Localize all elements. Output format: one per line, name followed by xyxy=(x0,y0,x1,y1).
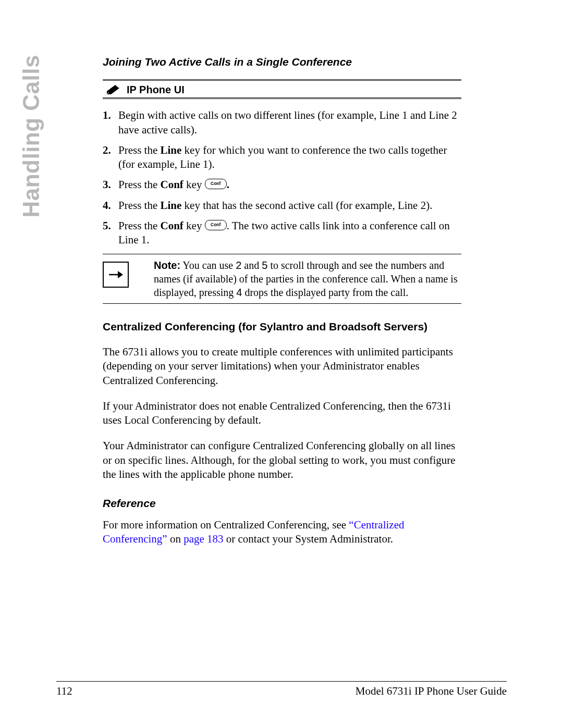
step-key-name: Line xyxy=(161,144,182,156)
svg-marker-1 xyxy=(118,271,123,278)
section-heading: Centralized Conferencing (for Sylantro a… xyxy=(103,319,461,334)
step-text: Begin with active calls on two different… xyxy=(118,109,457,135)
note-body: drops the displayed party from the call. xyxy=(242,287,408,298)
step-text: key xyxy=(183,178,205,191)
step-text: Press the xyxy=(118,219,161,232)
step-key-name: Conf xyxy=(161,178,183,191)
step-item: Begin with active calls on two different… xyxy=(118,108,461,137)
reference-heading: Reference xyxy=(103,496,461,510)
step-item: Press the Conf key . The two active call… xyxy=(118,219,461,248)
step-item: Press the Conf key . xyxy=(118,178,461,192)
step-item: Press the Line key that has the second a… xyxy=(118,199,461,213)
step-key-name: Conf xyxy=(161,219,183,232)
body-paragraph: The 6731i allows you to create multiple … xyxy=(103,345,461,388)
step-text: Press the xyxy=(118,199,161,212)
step-text: Press the xyxy=(118,144,161,156)
note-label: Note: xyxy=(154,260,180,271)
document-page: Handling Calls Joining Two Active Calls … xyxy=(0,0,563,728)
note-body: You can use xyxy=(180,260,236,271)
reference-page-link[interactable]: page 183 xyxy=(183,533,223,545)
footer-rule xyxy=(56,681,507,682)
key-2: 2 xyxy=(236,260,241,271)
reference-text: For more information on Centralized Conf… xyxy=(103,519,349,531)
reference-paragraph: For more information on Centralized Conf… xyxy=(103,518,461,547)
body-paragraph: Your Administrator can configure Central… xyxy=(103,439,461,482)
main-content: Joining Two Active Calls in a Single Con… xyxy=(103,55,461,546)
pencil-icon xyxy=(106,84,121,95)
note-body: and xyxy=(241,260,262,271)
footer-title: Model 6731i IP Phone User Guide xyxy=(356,685,507,698)
page-number: 112 xyxy=(56,685,72,698)
step-text: key that has the second active call (for… xyxy=(181,199,432,212)
step-text: Press the xyxy=(118,178,161,191)
reference-text: on xyxy=(167,533,184,545)
page-footer: 112 Model 6731i IP Phone User Guide xyxy=(56,681,507,698)
step-item: Press the Line key for which you want to… xyxy=(118,143,461,172)
key-4: 4 xyxy=(236,287,242,298)
ui-banner-label: IP Phone UI xyxy=(127,83,185,96)
body-paragraph: If your Administrator does not enable Ce… xyxy=(103,399,461,428)
ui-banner: IP Phone UI xyxy=(103,79,461,99)
step-text: key xyxy=(183,219,205,232)
side-chapter-label: Handling Calls xyxy=(18,55,44,218)
conf-key-icon xyxy=(205,179,227,189)
note-block: Note: You can use 2 and 5 to scroll thro… xyxy=(103,254,461,304)
reference-text: or contact your System Administrator. xyxy=(224,533,393,545)
steps-list: Begin with active calls on two different… xyxy=(103,108,461,247)
note-text: Note: You can use 2 and 5 to scroll thro… xyxy=(141,258,461,299)
step-key-name: Line xyxy=(161,199,182,212)
conf-key-icon xyxy=(205,220,227,230)
key-5: 5 xyxy=(262,260,267,271)
step-text: . xyxy=(227,178,229,191)
subsection-title: Joining Two Active Calls in a Single Con… xyxy=(103,55,461,69)
note-arrow-icon xyxy=(103,262,129,288)
